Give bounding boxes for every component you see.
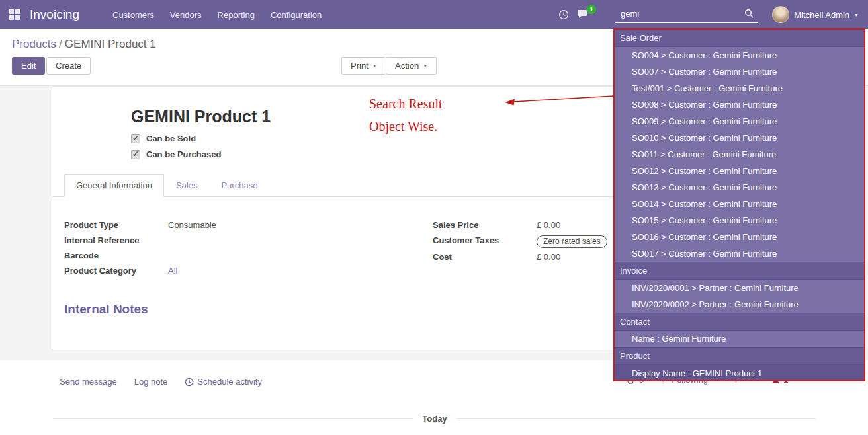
annotation-note: Search Result Object Wise. <box>369 93 443 138</box>
user-menu[interactable]: Mitchell Admin ▼ <box>772 6 859 23</box>
search-result-item[interactable]: Test/001 > Customer : Gemini Furniture <box>615 80 865 97</box>
user-name: Mitchell Admin <box>794 10 849 20</box>
notebook-tab[interactable]: General Information <box>64 174 164 197</box>
notebook-tab[interactable]: Purchase <box>209 174 269 197</box>
breadcrumb-current: GEMINI Product 1 <box>65 38 156 50</box>
field-value: Zero rated sales <box>537 235 607 248</box>
divider-line <box>53 418 413 419</box>
search-result-group-header: Product <box>615 347 865 365</box>
navbar-menu-item[interactable]: Customers <box>105 1 162 28</box>
checkbox-row: Can be Purchased <box>131 149 221 159</box>
avatar <box>772 6 789 23</box>
navbar-menu-item[interactable]: Vendors <box>162 1 210 28</box>
search-result-group-header: Contact <box>615 313 865 331</box>
field-value: £ 0.00 <box>537 220 560 230</box>
field-label: Product Category <box>64 266 168 276</box>
field-row: Product Type Consumable <box>64 220 408 231</box>
fields-left-column: Product Type Consumable Internal Referen… <box>64 220 408 281</box>
action-button[interactable]: Action▼ <box>386 57 437 75</box>
navbar-menu-item[interactable]: Reporting <box>210 1 263 28</box>
search-result-item[interactable]: SO010 > Customer : Gemini Furniture <box>615 130 865 146</box>
create-button[interactable]: Create <box>46 57 91 75</box>
field-value[interactable]: All <box>168 266 177 276</box>
product-title: GEMINI Product 1 <box>131 107 271 126</box>
search-icon[interactable] <box>744 9 758 19</box>
checkbox[interactable] <box>131 150 140 159</box>
notebook-tab[interactable]: Sales <box>164 174 210 197</box>
apps-menu-icon[interactable] <box>9 9 20 20</box>
search-result-item[interactable]: Name : Gemini Furniture <box>615 331 865 347</box>
checkbox[interactable] <box>131 134 140 143</box>
search-result-item[interactable]: SO008 > Customer : Gemini Furniture <box>615 97 865 113</box>
chevron-down-icon: ▼ <box>423 63 427 68</box>
breadcrumb-products-link[interactable]: Products <box>12 38 56 50</box>
annotation-line1: Search Result <box>369 93 443 115</box>
field-row: Internal Reference <box>64 235 408 247</box>
app-name[interactable]: Invoicing <box>30 7 79 22</box>
field-label: Cost <box>433 252 537 262</box>
chatter-actions: Send message Log note Schedule activity <box>60 377 262 387</box>
print-button[interactable]: Print▼ <box>341 57 386 75</box>
search-result-item[interactable]: SO016 > Customer : Gemini Furniture <box>615 229 865 245</box>
search-result-group-header: Sale Order <box>615 29 865 47</box>
search-input[interactable]: gemi <box>615 9 639 19</box>
annotation-line2: Object Wise. <box>369 115 443 138</box>
field-value: Consumable <box>168 220 216 230</box>
search-result-item[interactable]: SO017 > Customer : Gemini Furniture <box>615 245 865 262</box>
search-result-item[interactable]: Display Name : GEMINI Product 1 <box>615 365 865 380</box>
search-result-item[interactable]: SO015 > Customer : Gemini Furniture <box>615 212 865 229</box>
screen: Invoicing Customers Vendors Reporting Co… <box>0 0 868 435</box>
search-result-item[interactable]: INV/2020/0001 > Partner : Gemini Furnitu… <box>615 280 865 296</box>
schedule-activity-button[interactable]: Schedule activity <box>185 377 262 387</box>
clock-icon <box>185 377 194 387</box>
search-result-group-header: Invoice <box>615 262 865 280</box>
search-result-item[interactable]: SO012 > Customer : Gemini Furniture <box>615 163 865 179</box>
search-result-item[interactable]: SO013 > Customer : Gemini Furniture <box>615 179 865 196</box>
field-label: Sales Price <box>433 220 537 230</box>
field-label: Product Type <box>64 220 168 230</box>
send-message-button[interactable]: Send message <box>60 377 117 387</box>
field-row: Barcode <box>64 251 408 262</box>
messages-icon[interactable]: 1 <box>577 9 589 19</box>
divider-line <box>456 418 816 419</box>
top-navbar: Invoicing Customers Vendors Reporting Co… <box>0 0 868 29</box>
search-result-item[interactable]: SO009 > Customer : Gemini Furniture <box>615 113 865 130</box>
chevron-down-icon: ▼ <box>854 13 859 17</box>
breadcrumb-separator: / <box>59 38 62 50</box>
chevron-down-icon: ▼ <box>372 63 377 68</box>
navbar-menu-item[interactable]: Configuration <box>263 1 329 28</box>
field-value: £ 0.00 <box>537 252 560 262</box>
today-divider: Today <box>53 414 816 424</box>
search-result-item[interactable]: INV/2020/0002 > Partner : Gemini Furnitu… <box>615 296 865 313</box>
checkbox-label: Can be Sold <box>146 134 196 143</box>
product-flags: Can be Sold Can be Purchased <box>131 134 221 165</box>
search-result-item[interactable]: SO004 > Customer : Gemini Furniture <box>615 47 865 63</box>
navbar-search[interactable]: gemi <box>615 5 758 23</box>
internal-notes-heading: Internal Notes <box>64 302 148 317</box>
navbar-menus: Customers Vendors Reporting Configuratio… <box>105 1 329 28</box>
checkbox-label: Can be Purchased <box>146 149 221 159</box>
field-row: Product Category All <box>64 266 408 277</box>
activities-clock-icon[interactable] <box>558 9 569 20</box>
schedule-activity-label: Schedule activity <box>197 377 262 387</box>
checkbox-row: Can be Sold <box>131 134 221 143</box>
today-label: Today <box>422 414 447 424</box>
field-label: Internal Reference <box>64 235 168 245</box>
messages-badge: 1 <box>587 5 596 14</box>
edit-button[interactable]: Edit <box>12 57 45 75</box>
search-result-item[interactable]: SO011 > Customer : Gemini Furniture <box>615 146 865 163</box>
field-label: Barcode <box>64 251 168 260</box>
log-note-button[interactable]: Log note <box>134 377 168 387</box>
search-results-dropdown: Sale OrderSO004 > Customer : Gemini Furn… <box>615 29 865 380</box>
field-label: Customer Taxes <box>433 235 537 245</box>
search-result-item[interactable]: SO007 > Customer : Gemini Furniture <box>615 63 865 80</box>
breadcrumb: Products/GEMINI Product 1 <box>12 38 156 51</box>
search-result-item[interactable]: SO014 > Customer : Gemini Furniture <box>615 196 865 212</box>
